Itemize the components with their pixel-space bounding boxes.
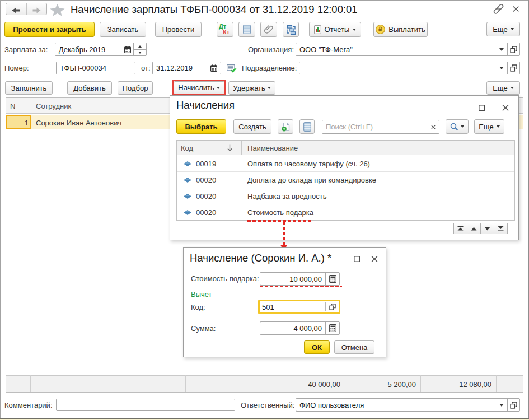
svg-text:₽: ₽ xyxy=(378,26,382,32)
